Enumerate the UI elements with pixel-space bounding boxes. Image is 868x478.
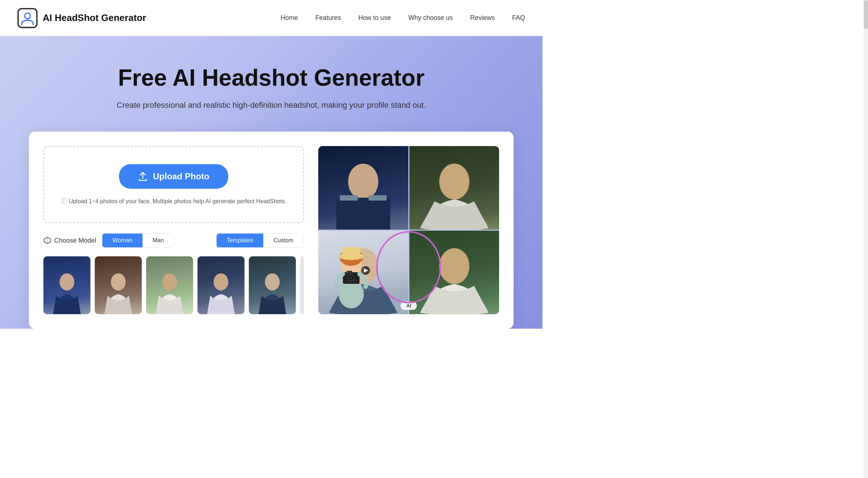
- thumbnails-row: ›: [43, 256, 304, 314]
- headshot-preview-2: [409, 146, 499, 230]
- svg-rect-10: [369, 195, 387, 200]
- svg-point-2: [60, 273, 75, 291]
- nav-reviews[interactable]: Reviews: [470, 14, 495, 21]
- svg-point-13: [439, 248, 469, 284]
- svg-point-6: [265, 273, 280, 291]
- hero-section: Free AI Headshot Generator Create profes…: [0, 36, 542, 329]
- brand-name: AI HeadShot Generator: [43, 12, 146, 24]
- logo: AI HeadShot Generator: [17, 8, 146, 28]
- style-templates-button[interactable]: Templates: [217, 234, 263, 247]
- svg-rect-18: [342, 247, 360, 257]
- hero-subtitle: Create professional and realistic high-d…: [14, 101, 528, 110]
- svg-point-7: [348, 163, 378, 199]
- svg-point-22: [350, 277, 352, 279]
- svg-point-11: [439, 163, 469, 199]
- upload-icon: [138, 171, 148, 182]
- nav-why-choose-us[interactable]: Why choose us: [408, 14, 453, 21]
- nav-how-to-use[interactable]: How to use: [358, 14, 391, 21]
- thumbnail-5[interactable]: [249, 256, 296, 314]
- main-card: Upload Photo ⓘ Upload 1~4 photos of your…: [29, 132, 514, 329]
- svg-rect-0: [18, 9, 37, 27]
- svg-point-3: [111, 273, 126, 291]
- headshot-preview-1: [318, 146, 408, 230]
- headshot-preview-4: [409, 231, 499, 314]
- nav-home[interactable]: Home: [281, 14, 298, 21]
- svg-rect-8: [336, 197, 390, 230]
- left-panel: Upload Photo ⓘ Upload 1~4 photos of your…: [43, 146, 304, 314]
- svg-point-5: [214, 273, 229, 291]
- upload-area: Upload Photo ⓘ Upload 1~4 photos of your…: [43, 146, 304, 223]
- hero-title: Free AI Headshot Generator: [14, 65, 528, 90]
- nav-features[interactable]: Features: [315, 14, 341, 21]
- style-group: Templates Custom: [216, 233, 304, 248]
- model-row: Choose Model Woman Man Templates Custom: [43, 233, 304, 248]
- nav-links: Home Features How to use Why choose us R…: [281, 14, 525, 22]
- navbar: AI HeadShot Generator Home Features How …: [0, 0, 542, 36]
- svg-rect-9: [340, 195, 358, 200]
- thumbnail-4[interactable]: [197, 256, 244, 314]
- nav-faq[interactable]: FAQ: [512, 14, 525, 21]
- cube-icon: [43, 236, 51, 244]
- model-man-button[interactable]: Man: [142, 234, 174, 247]
- svg-point-1: [25, 13, 30, 19]
- thumbnail-2[interactable]: [95, 256, 142, 314]
- thumbnail-3[interactable]: [146, 256, 193, 314]
- thumbnail-1[interactable]: [43, 256, 90, 314]
- ai-badge: AI: [401, 302, 417, 310]
- right-panel: AI: [318, 146, 499, 314]
- upload-hint: ⓘ Upload 1~4 photos of your face, Multip…: [53, 197, 294, 205]
- info-icon: ⓘ: [61, 197, 67, 205]
- upload-button[interactable]: Upload Photo: [119, 164, 228, 189]
- svg-point-4: [162, 273, 177, 291]
- model-label: Choose Model: [43, 236, 96, 244]
- thumbnails-next-button[interactable]: ›: [300, 256, 304, 314]
- style-custom-button[interactable]: Custom: [263, 234, 303, 247]
- model-woman-button[interactable]: Woman: [102, 234, 142, 247]
- svg-rect-23: [346, 271, 352, 274]
- photographer-illustration: [324, 236, 378, 308]
- model-group: Woman Man: [102, 233, 174, 248]
- logo-icon: [17, 8, 38, 28]
